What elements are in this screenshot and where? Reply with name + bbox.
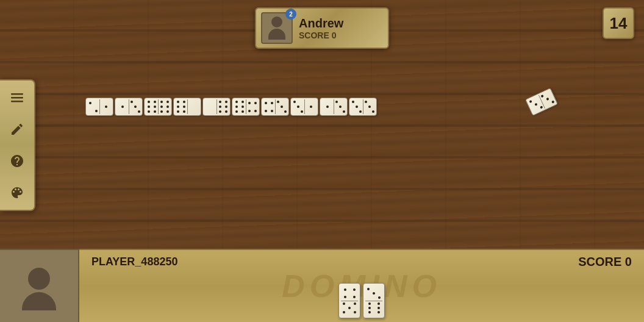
chain-tile-10[interactable] [349, 98, 377, 116]
tile-right [334, 99, 346, 115]
tile-right [159, 99, 171, 115]
help-icon [10, 154, 24, 168]
tile-right [276, 99, 288, 115]
player-badge: 2 [285, 9, 296, 20]
tile-left [116, 99, 129, 115]
tile-right [305, 99, 317, 115]
tile-left [146, 99, 158, 115]
tile-left [351, 99, 363, 115]
bottom-hand [338, 283, 385, 318]
chain-tile-6[interactable] [232, 98, 260, 116]
edit-icon [10, 122, 24, 137]
chain-tile-8[interactable] [290, 98, 318, 116]
hand-tile-2-bottom [365, 301, 383, 316]
svg-rect-2 [11, 101, 23, 102]
tile-left [204, 99, 216, 115]
theme-icon [10, 185, 24, 200]
menu-icon [10, 90, 24, 105]
tile-right [188, 99, 200, 115]
svg-rect-1 [11, 97, 23, 99]
tile-right [246, 99, 259, 115]
help-button[interactable] [6, 150, 28, 172]
left-sidebar [0, 79, 35, 211]
angled-domino-container [528, 93, 556, 111]
top-player-info: Andrew SCORE 0 [299, 16, 343, 40]
tile-left [87, 99, 99, 115]
chain-tile-9[interactable] [320, 98, 348, 116]
svg-rect-0 [11, 93, 23, 95]
top-player-score: SCORE 0 [299, 30, 343, 40]
tile-left [234, 99, 246, 115]
bottom-avatar-body [22, 292, 56, 310]
theme-button[interactable] [6, 182, 28, 204]
hand-tile-1[interactable] [338, 283, 360, 318]
hand-tile-1-top [340, 286, 359, 301]
bottom-hand-area: PLAYER_488250 SCORE 0 DOMINO [79, 249, 644, 322]
bottom-avatar-head [28, 268, 50, 290]
player-stats-row: PLAYER_488250 SCORE 0 [91, 255, 632, 269]
tile-left [321, 99, 334, 115]
tile-right [363, 99, 376, 115]
tile-right [217, 99, 229, 115]
chain-tile-7[interactable] [261, 98, 289, 116]
hand-tile-1-bottom [340, 301, 359, 316]
tile-left [175, 99, 187, 115]
chain-tile-1[interactable] [85, 98, 113, 116]
bottom-player-score: SCORE 0 [578, 255, 632, 269]
chain-tile-4[interactable] [173, 98, 201, 116]
bottom-player-avatar [18, 262, 60, 310]
chain-tile-3[interactable] [144, 98, 172, 116]
tile-left [263, 99, 275, 115]
chain-tile-5[interactable] [202, 98, 231, 116]
top-player-panel: 2 Andrew SCORE 0 [255, 7, 389, 49]
avatar-body [268, 29, 285, 40]
avatar-silhouette [267, 16, 287, 40]
edit-button[interactable] [6, 118, 28, 140]
hand-tile-2-top [365, 286, 383, 301]
avatar-head [271, 16, 282, 27]
top-player-avatar-wrap: 2 [261, 12, 293, 44]
hand-tile-2[interactable] [363, 283, 385, 318]
tile-counter: 14 [603, 7, 634, 39]
chain-tile-2[interactable] [115, 98, 143, 116]
bottom-player-area: PLAYER_488250 SCORE 0 DOMINO [0, 249, 644, 322]
menu-button[interactable] [6, 87, 28, 109]
bottom-player-username: PLAYER_488250 [91, 256, 177, 268]
game-board: 2 Andrew SCORE 0 14 [0, 0, 644, 322]
tile-left [292, 99, 304, 115]
top-player-name: Andrew [299, 16, 343, 30]
bottom-avatar-section [0, 249, 79, 322]
tile-right [100, 99, 112, 115]
tile-right [129, 99, 141, 115]
